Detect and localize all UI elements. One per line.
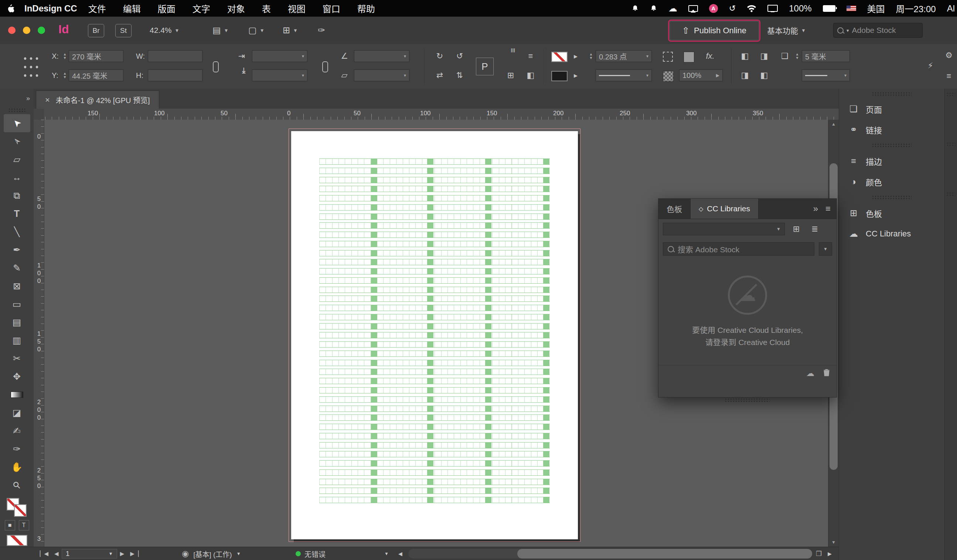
- scroll-down-arrow[interactable]: ▼: [828, 538, 839, 547]
- object-fill-toggle[interactable]: [684, 52, 694, 62]
- dock-item-color[interactable]: ◑ 颜色: [839, 171, 945, 192]
- window-minimize-button[interactable]: [23, 27, 30, 34]
- wrap-none-button[interactable]: ◧: [737, 49, 753, 63]
- document-page[interactable]: [291, 131, 578, 539]
- page-tool[interactable]: ▱: [4, 150, 30, 169]
- wrap-jump-button[interactable]: ◧: [756, 68, 772, 82]
- view-options-dropdown[interactable]: ▤ ▼: [212, 24, 229, 36]
- menu-window[interactable]: 窗口: [322, 2, 340, 15]
- constrain-dimensions-icon[interactable]: [213, 62, 219, 73]
- horizontal-ruler[interactable]: 150 100 50 0 50 100 150 200 250 300 350: [44, 109, 839, 120]
- menu-help[interactable]: 帮助: [357, 2, 375, 15]
- menu-type[interactable]: 文字: [193, 2, 210, 15]
- scale-x-field[interactable]: ▾: [252, 50, 308, 62]
- cc-search-dropdown[interactable]: ▼: [819, 242, 832, 256]
- reference-point-proxy[interactable]: [21, 54, 39, 79]
- trash-icon[interactable]: [823, 369, 830, 379]
- tab-close-icon[interactable]: ×: [45, 95, 50, 105]
- last-page-button[interactable]: ▶▕: [127, 551, 142, 557]
- airplay-icon[interactable]: [689, 5, 698, 12]
- flip-horizontal-button[interactable]: ⇄: [431, 68, 448, 82]
- rotate-ccw-button[interactable]: ↺: [452, 49, 468, 63]
- pen-tool[interactable]: ✒: [4, 241, 30, 259]
- opacity-field[interactable]: 100% ▶: [679, 69, 723, 81]
- gradient-feather-tool[interactable]: ◪: [4, 404, 30, 422]
- menu-layout[interactable]: 版面: [158, 2, 175, 15]
- preflight-status-label[interactable]: 无错误: [305, 549, 325, 559]
- stroke-swatch-none[interactable]: [14, 504, 27, 517]
- note-tool[interactable]: ✍: [4, 422, 30, 440]
- cc-panel-resize-handle[interactable]: [725, 399, 770, 402]
- horizontal-grid-tool[interactable]: ▤: [4, 313, 30, 331]
- dock-separator[interactable]: [839, 192, 945, 203]
- type-tool[interactable]: T: [4, 205, 30, 223]
- stylus-tool-icon[interactable]: ✑: [318, 24, 325, 36]
- dock-item-links[interactable]: ⚭ 链接: [839, 119, 945, 140]
- creative-cloud-icon[interactable]: ☁: [668, 3, 677, 14]
- stroke-weight-field[interactable]: 0.283 点 ▾: [595, 50, 652, 62]
- zoom-level-dropdown[interactable]: 42.4% ▼: [150, 24, 179, 36]
- tab-cc-libraries[interactable]: ◇ CC Libraries: [690, 199, 759, 219]
- constrain-scale-icon[interactable]: [322, 62, 328, 73]
- selection-tool[interactable]: ➤: [4, 114, 30, 132]
- stroke-type-dropdown[interactable]: ▾: [595, 69, 652, 81]
- x-stepper[interactable]: ▲▼: [62, 50, 68, 62]
- tab-swatches[interactable]: 色板: [659, 199, 690, 219]
- distribute-rows-button[interactable]: ≡: [523, 49, 539, 63]
- vertical-grid-tool[interactable]: ▥: [4, 331, 30, 349]
- rectangle-frame-tool[interactable]: ⊠: [4, 277, 30, 295]
- dock-item-cc-libraries[interactable]: ☁ CC Libraries: [839, 224, 945, 244]
- vertical-ruler[interactable]: 0 50 100 150 200 250 3: [34, 120, 44, 547]
- panel-corner-icon[interactable]: ❒: [816, 547, 822, 560]
- next-page-button[interactable]: ▶: [117, 551, 128, 557]
- document-tab[interactable]: × 未命名-1 @ 42% [GPU 预览]: [36, 90, 159, 109]
- content-collector-tool[interactable]: ⧉: [4, 186, 30, 205]
- corner-size-stepper[interactable]: ▲▼: [794, 50, 800, 62]
- control-panel-menu-icon[interactable]: ≡: [941, 69, 957, 83]
- rotation-angle-field[interactable]: ▾: [354, 50, 409, 62]
- stroke-weight-stepper[interactable]: ▲▼: [588, 50, 594, 62]
- corner-size-field[interactable]: 5 毫米: [802, 50, 850, 62]
- page-number-dropdown[interactable]: 1 ▼: [62, 549, 117, 558]
- rectangle-tool[interactable]: ▭: [4, 295, 30, 313]
- display-icon[interactable]: [767, 5, 778, 12]
- fill-color-menu-arrow[interactable]: ▶: [567, 68, 584, 82]
- wrap-object-button[interactable]: ◨: [737, 68, 753, 82]
- dock-item-pages[interactable]: ❏ 页面: [839, 99, 945, 119]
- dock-separator[interactable]: [839, 140, 945, 151]
- stock-button[interactable]: St: [115, 24, 131, 37]
- menu-file[interactable]: 文件: [88, 2, 106, 15]
- corner-shape-dropdown[interactable]: ▾: [802, 69, 850, 81]
- align-horizontal-button[interactable]: ⊞: [502, 68, 519, 82]
- scroll-right-arrow[interactable]: ▶: [828, 547, 832, 560]
- preflight-dropdown-arrow[interactable]: ▼: [384, 547, 389, 560]
- battery-icon[interactable]: [823, 5, 835, 12]
- free-transform-tool[interactable]: ✥: [4, 368, 30, 386]
- effects-button[interactable]: fx.: [702, 49, 718, 63]
- quick-apply-button[interactable]: ⚡: [922, 59, 938, 73]
- gap-tool[interactable]: ↔: [4, 169, 30, 186]
- menu-object[interactable]: 对象: [227, 2, 245, 15]
- app-badge-icon[interactable]: A: [709, 4, 718, 13]
- cc-stock-search-input[interactable]: 搜索 Adobe Stock: [663, 242, 814, 256]
- line-tool[interactable]: ╲: [4, 223, 30, 241]
- panel-collapse-icon[interactable]: »: [813, 203, 818, 214]
- horizontal-scroll-thumb[interactable]: [517, 549, 812, 558]
- cloud-sync-icon[interactable]: ☁: [806, 369, 814, 378]
- pencil-tool[interactable]: ✎: [4, 259, 30, 277]
- input-source-label[interactable]: 美国: [867, 2, 885, 15]
- publish-online-button[interactable]: ⇧ Publish Online: [670, 21, 759, 40]
- distribute-columns-button[interactable]: ≡: [504, 48, 518, 64]
- menubar-clock[interactable]: 周一23:00: [896, 2, 936, 15]
- direct-selection-tool[interactable]: ➢: [4, 132, 30, 150]
- adobe-stock-search-input[interactable]: ▾ Adobe Stock: [833, 23, 923, 38]
- frame-edge-toggle[interactable]: [663, 52, 673, 62]
- bridge-button[interactable]: Br: [88, 24, 104, 37]
- x-position-field[interactable]: 270 毫米: [69, 50, 123, 62]
- height-field[interactable]: [148, 69, 202, 81]
- collapsed-dock-strip[interactable]: [944, 89, 957, 560]
- dock-item-swatches[interactable]: ⊞ 色板: [839, 203, 945, 224]
- first-page-button[interactable]: ▏◀: [37, 551, 51, 557]
- zoom-tool[interactable]: ⚲: [4, 476, 30, 494]
- menu-edit[interactable]: 编辑: [123, 2, 141, 15]
